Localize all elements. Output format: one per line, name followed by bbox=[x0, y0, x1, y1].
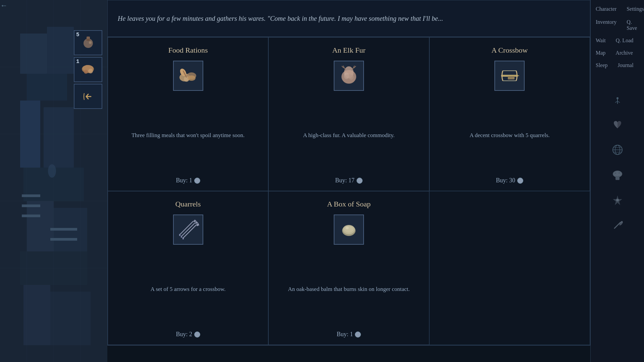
shop-item-empty bbox=[429, 191, 590, 345]
narrative-bar: He leaves you for a few minutes and gath… bbox=[107, 0, 590, 37]
coin-icon-food bbox=[194, 178, 200, 184]
svg-rect-19 bbox=[22, 194, 40, 197]
map-menu[interactable]: Map bbox=[594, 49, 607, 57]
crossbow-price: Buy: 30 bbox=[496, 177, 524, 184]
svg-line-50 bbox=[181, 223, 195, 236]
svg-point-27 bbox=[86, 39, 90, 41]
elk-fur-name: An Elk Fur bbox=[332, 46, 365, 55]
svg-rect-71 bbox=[615, 176, 620, 180]
svg-line-56 bbox=[180, 221, 193, 235]
crossbow-icon bbox=[494, 61, 525, 91]
wait-menu[interactable]: Wait bbox=[594, 37, 607, 45]
elk-fur-price: Buy: 17 bbox=[335, 177, 363, 184]
coin-icon-soap bbox=[355, 331, 361, 338]
quarrels-price: Buy: 2 bbox=[176, 331, 200, 338]
shop-item-crossbow[interactable]: A Crossbow A decent crossbow with 5 quar… bbox=[429, 37, 590, 191]
load-menu[interactable]: Q. Load bbox=[614, 37, 635, 45]
inventory-menu[interactable]: Inventory bbox=[594, 18, 618, 32]
svg-point-24 bbox=[48, 164, 56, 178]
svg-rect-58 bbox=[179, 234, 180, 236]
right-panel: Character Settings Inventory Q. Save Wai… bbox=[590, 0, 644, 362]
coin-icon-fur bbox=[357, 178, 363, 184]
svg-rect-10 bbox=[23, 285, 50, 345]
mushroom-icon[interactable] bbox=[609, 167, 626, 183]
svg-point-42 bbox=[344, 72, 349, 79]
svg-point-73 bbox=[615, 173, 616, 174]
globe-icon[interactable] bbox=[609, 141, 626, 158]
quarrels-name: Quarrels bbox=[175, 200, 201, 208]
star-compass-icon[interactable] bbox=[609, 192, 626, 208]
svg-marker-48 bbox=[517, 75, 520, 76]
svg-rect-21 bbox=[22, 215, 40, 217]
soap-icon bbox=[334, 215, 364, 245]
crossbow-name: A Crossbow bbox=[491, 46, 528, 55]
shop-item-food-rations[interactable]: Food Rations Three filling meals that wo… bbox=[108, 37, 268, 191]
svg-point-76 bbox=[616, 199, 619, 201]
food-rations-price: Buy: 1 bbox=[176, 177, 200, 184]
food-rations-name: Food Rations bbox=[168, 46, 208, 55]
svg-rect-5 bbox=[44, 107, 74, 168]
food-rations-desc: Three filling meals that won't spoil any… bbox=[131, 97, 245, 174]
quarrels-desc: A set of 5 arrows for a crossbow. bbox=[151, 251, 226, 327]
settings-menu[interactable]: Settings bbox=[625, 5, 644, 13]
plant-down-icon[interactable] bbox=[609, 91, 626, 108]
svg-point-32 bbox=[84, 70, 88, 74]
slot-1-icon bbox=[82, 33, 95, 53]
shop-item-elk-fur[interactable]: An Elk Fur A high-class fur. A valuable … bbox=[268, 37, 429, 191]
svg-point-38 bbox=[187, 75, 196, 81]
svg-rect-20 bbox=[22, 204, 40, 207]
svg-point-28 bbox=[89, 41, 92, 44]
quarrels-icon bbox=[173, 215, 203, 245]
archive-menu[interactable]: Archive bbox=[614, 49, 635, 57]
svg-rect-3 bbox=[27, 74, 67, 101]
elk-fur-desc: A high-class fur. A valuable commodity. bbox=[303, 97, 394, 174]
inventory-slot-1[interactable]: 5 bbox=[74, 30, 102, 55]
shop-item-soap[interactable]: A Box of Soap An oak-based balm that bur… bbox=[268, 191, 429, 345]
svg-rect-23 bbox=[50, 238, 77, 241]
svg-rect-1 bbox=[20, 34, 47, 74]
inventory-panel: 5 1 bbox=[74, 30, 106, 109]
shop-panel: Food Rations Three filling meals that wo… bbox=[107, 37, 590, 345]
heart-icon[interactable] bbox=[609, 116, 626, 133]
svg-point-62 bbox=[345, 227, 349, 229]
shop-item-quarrels[interactable]: Quarrels A set of 5 arrows for a crossbo… bbox=[108, 191, 268, 345]
bottom-bar bbox=[107, 345, 590, 362]
svg-point-61 bbox=[344, 226, 354, 233]
svg-rect-2 bbox=[47, 27, 74, 74]
svg-rect-52 bbox=[181, 236, 182, 238]
svg-point-74 bbox=[619, 172, 620, 174]
axe-icon[interactable] bbox=[609, 217, 626, 234]
character-menu[interactable]: Character bbox=[594, 5, 618, 13]
coin-icon-crossbow bbox=[517, 178, 523, 184]
slot-2-icon bbox=[80, 62, 96, 78]
soap-price: Buy: 1 bbox=[337, 331, 361, 338]
soap-name: A Box of Soap bbox=[327, 200, 371, 208]
svg-rect-11 bbox=[50, 292, 91, 345]
narrative-text: He leaves you for a few minutes and gath… bbox=[118, 13, 443, 24]
back-button[interactable] bbox=[74, 84, 102, 109]
back-arrow-button[interactable]: ← bbox=[2, 2, 6, 10]
inventory-slot-2[interactable]: 1 bbox=[74, 57, 102, 82]
svg-point-72 bbox=[614, 172, 621, 176]
svg-rect-22 bbox=[50, 228, 77, 231]
journal-menu[interactable]: Journal bbox=[616, 61, 635, 69]
coin-icon-quarrels bbox=[194, 331, 200, 338]
svg-rect-55 bbox=[182, 237, 184, 239]
svg-rect-7 bbox=[27, 201, 54, 251]
crossbow-desc: A decent crossbow with 5 quarrels. bbox=[470, 97, 550, 174]
svg-point-63 bbox=[616, 97, 619, 99]
sleep-menu[interactable]: Sleep bbox=[594, 61, 609, 69]
save-menu[interactable]: Q. Save bbox=[625, 18, 641, 32]
svg-point-31 bbox=[88, 69, 93, 73]
soap-desc: An oak-based balm that burns skin on lon… bbox=[288, 251, 410, 327]
slot-2-count: 1 bbox=[76, 59, 79, 65]
svg-rect-49 bbox=[508, 76, 515, 79]
svg-line-53 bbox=[183, 225, 197, 238]
svg-point-43 bbox=[349, 74, 354, 80]
food-icon bbox=[173, 61, 203, 91]
fur-icon bbox=[334, 61, 364, 91]
slot-1-count: 5 bbox=[76, 32, 79, 38]
